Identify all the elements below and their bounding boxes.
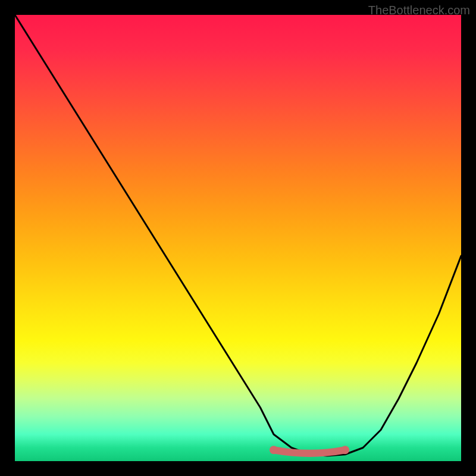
chart-plot-area	[15, 15, 461, 461]
chart-curve-canvas	[15, 15, 461, 461]
watermark-text: TheBottleneck.com	[368, 4, 470, 17]
